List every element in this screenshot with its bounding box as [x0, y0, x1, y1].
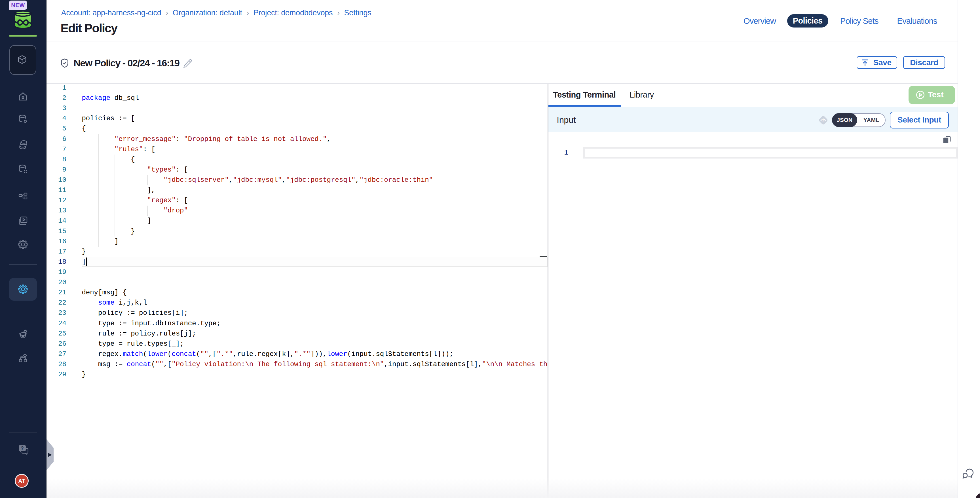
svg-text:</>: </> [820, 118, 826, 123]
svg-text:?: ? [21, 445, 24, 451]
